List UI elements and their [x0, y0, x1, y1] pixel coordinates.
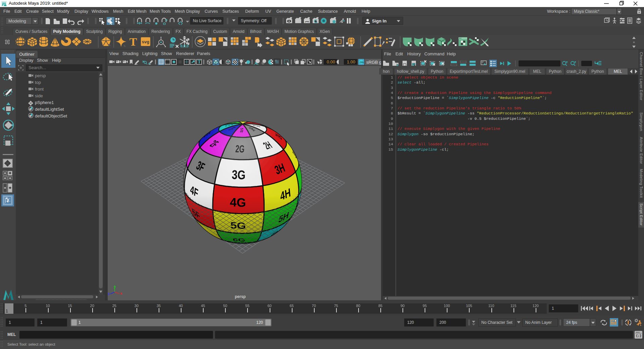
svg-text:{;}: {;}: [636, 334, 641, 338]
svg-text:1.00: 1.00: [347, 59, 355, 64]
svg-text:T: T: [198, 59, 201, 64]
svg-text:top: top: [35, 80, 41, 85]
svg-text:defaultObjectSet: defaultObjectSet: [35, 113, 67, 118]
svg-text:z: z: [108, 292, 110, 296]
svg-text:persp: persp: [35, 73, 46, 78]
svg-text:x: x: [120, 292, 122, 296]
svg-text:0.00: 0.00: [327, 59, 335, 64]
svg-text:defaultLightSet: defaultLightSet: [35, 107, 64, 112]
svg-text:ON: ON: [360, 61, 364, 64]
svg-text:sRGB g: sRGB g: [366, 60, 381, 65]
svg-text:front: front: [35, 87, 44, 92]
svg-text:y: y: [114, 285, 116, 289]
svg-text:side: side: [35, 93, 43, 98]
svg-text:IPR: IPR: [305, 20, 309, 23]
svg-text:pSphere1: pSphere1: [35, 100, 54, 105]
